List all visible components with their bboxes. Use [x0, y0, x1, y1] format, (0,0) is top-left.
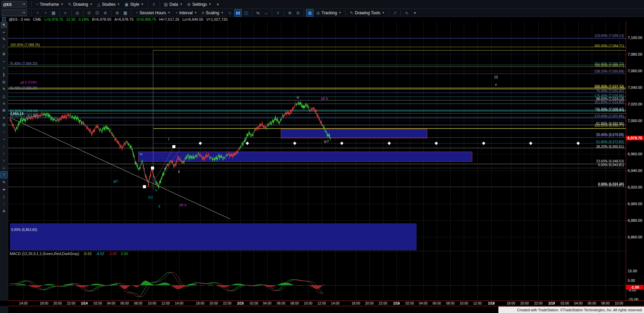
target-tool-icon[interactable]: ◎: [1, 121, 7, 128]
date-tick: 1/15: [237, 301, 243, 305]
bar-expand-icon[interactable]: ↔: [262, 9, 270, 17]
compass-icon[interactable]: ◎: [1, 79, 7, 85]
target-icon[interactable]: ◎: [73, 9, 81, 17]
wave-annotation: iii?: [113, 179, 118, 183]
secondary-combobox[interactable]: ▼: [2, 9, 27, 16]
clock-icon: ◔: [36, 2, 38, 7]
text-a-icon[interactable]: A: [1, 208, 7, 214]
more-tools-icon[interactable]: ⋮: [1, 200, 7, 207]
drawing-anchor-handle[interactable]: [143, 185, 146, 188]
vertical-extend-icon[interactable]: ↕: [1, 64, 7, 71]
price-tick: 7,040.00: [628, 85, 642, 90]
triangle-icon[interactable]: △: [1, 93, 7, 99]
anchor-icon[interactable]: ⊚: [102, 9, 109, 17]
price-tick: 7,000.00: [628, 119, 642, 123]
pencil-icon[interactable]: ✎: [1, 36, 7, 42]
time-tick: 20:00: [209, 301, 218, 305]
chart-plot-area[interactable]: 100.00% (7,088.25)76.40% (7,064.20)alt 5…: [8, 21, 626, 306]
rectangle-icon[interactable]: □: [1, 164, 7, 171]
vline-icon[interactable]: |: [1, 193, 7, 200]
tracking-menu[interactable]: ◎Tracking▼: [314, 9, 344, 17]
current-macd-badge: -1.00: [626, 285, 644, 290]
data-menu[interactable]: ▤Data▼: [162, 0, 185, 8]
interval-menu[interactable]: ◔Interval▼: [173, 9, 199, 17]
timeframe-menu[interactable]: ◔Timeframe▼: [33, 0, 66, 8]
stacked-panels-icon[interactable]: ≡: [274, 9, 282, 17]
annotation-icon[interactable]: ✎: [1, 86, 7, 92]
time-tick: 14:00: [331, 301, 339, 305]
chevron-down-icon: ▼: [209, 3, 211, 6]
eraser-icon[interactable]: ▰: [1, 186, 7, 193]
parallel-lines-icon[interactable]: ∥: [1, 72, 7, 78]
trendline-icon[interactable]: ∕: [1, 43, 7, 50]
time-tick: 22:00: [534, 301, 542, 305]
fib-grid-icon[interactable]: ⊞: [1, 107, 7, 114]
pointer-icon[interactable]: ↖: [1, 22, 7, 28]
dots-icon[interactable]: ∴: [1, 129, 7, 135]
studies-menu[interactable]: △Studies▼: [95, 0, 122, 8]
arrow-up-icon[interactable]: ↑: [1, 150, 7, 156]
candlestick-style-icon[interactable]: ▮▮: [234, 9, 242, 17]
link-chart-icon[interactable]: ⊙: [85, 9, 93, 17]
wave-annotation: alt b: [321, 96, 328, 100]
zoom-in-icon[interactable]: ⊕: [286, 9, 294, 17]
layout-button[interactable]: ≡: [150, 1, 157, 8]
menu-lines-icon[interactable]: ≡: [1, 114, 7, 121]
session-hours-menu[interactable]: ◔Session Hours▼: [133, 9, 173, 17]
fib-label: 123.60% (7,001.86): [594, 114, 624, 118]
price-tick: 7,020.00: [628, 102, 642, 106]
drawing-tools-menu[interactable]: ✎Drawing Tools▼: [347, 9, 387, 17]
chart-arrow-icon[interactable]: ↗: [391, 9, 399, 17]
style-menu[interactable]: ▣Style▼: [122, 0, 146, 8]
pitchfork-icon[interactable]: ψ: [1, 50, 7, 57]
fib-label: 300.00% (7,084.71): [594, 44, 624, 48]
more-caret[interactable]: ▾: [214, 1, 221, 8]
price-tick: 7,100.00: [628, 36, 642, 40]
wave-icon[interactable]: ∿: [403, 9, 410, 17]
settings-menu[interactable]: ⊛Settings▼: [185, 0, 214, 8]
fib-label: 0.00% (6,863.83): [11, 228, 37, 232]
fib-label: 0.00% (6,921.87): [598, 183, 624, 187]
divider: [111, 10, 111, 16]
price-axis[interactable]: 7,100.007,080.007,060.007,040.007,020.00…: [626, 21, 644, 306]
calendar-icon[interactable]: ▦: [122, 9, 129, 17]
small-caret-icon[interactable]: ▾: [411, 9, 418, 17]
drawing-anchor-handle[interactable]: [172, 145, 175, 148]
hollow-candle-icon[interactable]: ▯▯: [242, 9, 250, 17]
time-axis[interactable]: 14:0018:0020:0022:001/1402:0004:0006:000…: [0, 301, 644, 306]
timer-icon[interactable]: ◔: [42, 9, 49, 17]
horizontal-extend-icon[interactable]: ↔: [1, 57, 7, 64]
fib-label: 50.00% (6,979.23): [596, 133, 624, 137]
restore-session-icon[interactable]: ◔: [34, 9, 41, 17]
zoom-data-icon[interactable]: ⌖: [62, 9, 69, 17]
time-tick: 14:00: [19, 301, 27, 305]
notes-icon[interactable]: ▦: [50, 9, 57, 17]
note-style-icon[interactable]: ∿: [226, 9, 234, 17]
bar-compress-icon[interactable]: ⇆: [254, 9, 262, 17]
panel-divider[interactable]: [8, 251, 626, 251]
fib-label: 76.40% (7,031.41): [596, 89, 624, 93]
divider: [252, 10, 252, 16]
pencil2-icon[interactable]: ✎: [1, 179, 7, 185]
scaling-menu[interactable]: ≡Scaling▼: [199, 9, 226, 17]
crosshair-icon[interactable]: +: [1, 29, 7, 35]
window-chart-icon[interactable]: ⊡: [93, 9, 101, 17]
symbol-combobox[interactable]: @ES ▼: [2, 1, 27, 7]
gear-number-icon[interactable]: ⊛: [113, 9, 121, 17]
arrow-down-icon[interactable]: ↓: [1, 143, 7, 149]
wave-annotation: ii: [158, 204, 160, 208]
text-tool-icon[interactable]: T: [0, 171, 7, 178]
grid-icon[interactable]: ▦: [306, 9, 314, 17]
drawing-anchor-handle[interactable]: [151, 167, 154, 170]
chevron-down-icon: ▼: [339, 11, 341, 14]
ellipse-icon[interactable]: ○: [1, 157, 7, 163]
chart-legend-icon[interactable]: [2, 17, 6, 21]
time-tick: 08:00: [290, 301, 299, 305]
macd-indicator-label[interactable]: MACD (12,26,9,1,1,Green,Red,DarkGray) -5…: [10, 252, 128, 256]
drawing-menu[interactable]: ✎Drawing▼: [66, 0, 95, 8]
tool-items: ◔◔▦⌖◎⊙⊡⊚⊛▦◔Session Hours▼◔Interval▼≡Scal…: [33, 9, 419, 17]
bars-icon[interactable]: ≡: [1, 100, 7, 106]
zoom-out-icon[interactable]: ⊖: [294, 9, 302, 17]
session-hours-menu-label: Session Hours: [139, 11, 166, 15]
curve-icon[interactable]: ⌣: [1, 136, 7, 142]
